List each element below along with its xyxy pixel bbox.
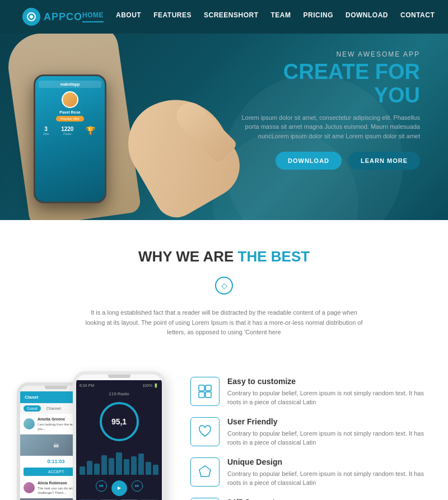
phone-app-bar: makeitapp: [39, 81, 101, 88]
sp1-avatar-2: [24, 482, 35, 493]
phone-stat-1: 3 Jobs: [43, 126, 49, 137]
download-button[interactable]: DOWNLOAD: [276, 152, 342, 170]
feature-icon-support: [190, 498, 220, 500]
nav-pricing[interactable]: PRICING: [303, 11, 333, 22]
phone-user-name: Pavel Rose: [59, 110, 80, 114]
logo-icon: [22, 8, 40, 26]
hero-buttons: DOWNLOAD LEARN MORE: [241, 152, 420, 170]
hero-phone-mockup: makeitapp Pavel Rose Popular offer 3 Job…: [34, 74, 106, 203]
svg-rect-2: [199, 385, 204, 391]
sp2-circle: 95,1: [100, 402, 139, 441]
feature-item-1: Easy to customize Contrary to popular be…: [190, 377, 431, 407]
nav-download[interactable]: DOWNLOAD: [346, 11, 388, 22]
sp2-play-btn[interactable]: ▶: [111, 480, 127, 496]
feature-item-2: User Friendly Contrary to popular belief…: [190, 417, 431, 447]
feature-desc-3: Contrary to popular belief, Lorem ipsum …: [227, 469, 431, 488]
phones-showcase: Clanet Guest Channel Amel: [17, 371, 174, 500]
hero-phone-container: makeitapp Pavel Rose Popular offer 3 Job…: [11, 13, 218, 220]
nav-screenshort[interactable]: SCREENSHORT: [204, 11, 259, 22]
sp2-bar: [138, 454, 144, 475]
feature-icon-design: [190, 457, 220, 487]
section-diamond-icon: ◇: [215, 277, 233, 295]
section-why-title: WHY WE ARE THE BEST: [22, 248, 426, 265]
feature-text-1: Easy to customize Contrary to popular be…: [227, 377, 431, 407]
feature-title-1: Easy to customize: [227, 377, 431, 386]
sp2-chart: [80, 447, 158, 475]
sp2-bar: [109, 458, 114, 475]
feature-text-4: 24/7 Support Contrary to popular belief,…: [227, 498, 431, 500]
sp2-header: 6:34 PM 100% 🔋: [80, 384, 158, 388]
feature-icon-friendly: [190, 417, 220, 446]
svg-rect-4: [199, 392, 204, 398]
phone-avatar: [62, 91, 78, 108]
feature-title-3: Unique Design: [227, 457, 431, 466]
sp2-bar: [146, 462, 151, 475]
hero-title: CREATE FOR YOU: [241, 60, 420, 108]
section-why-description: It is a long established fact that a rea…: [84, 308, 364, 338]
hero-description: Lorem ipsum dolor sit amet, consectetur …: [241, 113, 420, 141]
sp2-prev-btn[interactable]: ⏮: [96, 480, 107, 492]
sp2-bar: [87, 461, 92, 475]
feature-desc-2: Contrary to popular belief, Lorem ipsum …: [227, 429, 431, 447]
features-row: Clanet Guest Channel Amel: [0, 371, 448, 500]
logo: APPCO: [22, 8, 82, 26]
sp2-value: 95,1: [111, 417, 127, 426]
feature-text-2: User Friendly Contrary to popular belief…: [227, 417, 431, 447]
sp2-bar: [131, 456, 137, 475]
feature-desc-1: Contrary to popular belief, Lorem ipsum …: [227, 389, 431, 407]
sp1-title: Clanet: [25, 395, 38, 400]
sp2-bar: [116, 452, 122, 475]
feature-item-4: 24/7 Support Contrary to popular belief,…: [190, 498, 431, 500]
showcase-phone2: 6:34 PM 100% 🔋 119 Radio 95,1: [73, 371, 165, 500]
phone-stats: 3 Jobs 1220 Points 🏆: [39, 126, 101, 137]
sp2-bar: [153, 465, 158, 475]
learn-more-button[interactable]: LEARN MORE: [348, 152, 420, 170]
nav: HOME ABOUT FEATURES SCREENSHORT TEAM PRI…: [82, 11, 435, 22]
feature-items: Easy to customize Contrary to popular be…: [190, 371, 431, 500]
sp2-next-btn[interactable]: ⏭: [132, 480, 143, 492]
phone-stat-2: 1220 Points: [61, 126, 73, 137]
sp1-tab-channel[interactable]: Channel: [43, 405, 64, 412]
sp2-screen: 6:34 PM 100% 🔋 119 Radio 95,1: [76, 380, 162, 500]
hero-subtitle: NEW AWESOME APP: [241, 50, 420, 58]
svg-rect-5: [206, 392, 211, 398]
sp2-battery: 100% 🔋: [142, 384, 158, 388]
logo-text: APPCO: [44, 11, 82, 23]
sp1-tab-guest[interactable]: Guest: [24, 405, 41, 412]
sp2-bar: [101, 455, 107, 475]
svg-marker-6: [199, 466, 211, 476]
feature-title-4: 24/7 Support: [227, 498, 431, 500]
section-why: WHY WE ARE THE BEST ◇ It is a long estab…: [0, 220, 448, 371]
svg-rect-3: [206, 385, 211, 391]
phone-cta-btn[interactable]: Popular offer: [56, 116, 84, 122]
header: APPCO HOME ABOUT FEATURES SCREENSHORT TE…: [0, 0, 448, 34]
hero-content: NEW AWESOME APP CREATE FOR YOU Lorem ips…: [241, 50, 420, 170]
sp2-bar: [124, 459, 129, 475]
sp2-title: 119 Radio: [109, 391, 129, 396]
feature-text-3: Unique Design Contrary to popular belief…: [227, 457, 431, 488]
feature-title-2: User Friendly: [227, 417, 431, 426]
sp2-bar: [94, 464, 100, 475]
nav-about[interactable]: ABOUT: [116, 11, 141, 22]
sp2-controls: ⏮ ▶ ⏭: [96, 480, 143, 496]
feature-icon-customize: [190, 377, 220, 406]
nav-features[interactable]: FEATURES: [153, 11, 192, 22]
sp2-bars: [80, 447, 158, 475]
sp2-bar: [80, 466, 85, 475]
nav-home[interactable]: HOME: [82, 11, 104, 22]
sp2-time: 6:34 PM: [80, 384, 94, 387]
feature-item-3: Unique Design Contrary to popular belief…: [190, 457, 431, 488]
svg-point-1: [30, 15, 33, 18]
sp1-avatar-1: [24, 418, 35, 429]
nav-contact[interactable]: CONTACT: [400, 11, 435, 22]
nav-team[interactable]: TEAM: [270, 11, 291, 22]
